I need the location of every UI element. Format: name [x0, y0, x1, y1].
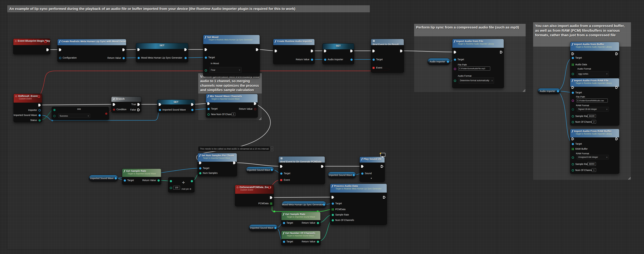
node-get-number-of-channels-pin-Target[interactable] — [283, 241, 285, 243]
node-import-audio-from-file-pin-exec-in[interactable] — [454, 51, 456, 54]
node-get-sample-rate-bottom-header[interactable]: ƒGet Sample RateTarget is Imported Sound… — [282, 212, 320, 220]
node-process-audio-data-header[interactable]: ƒProcess Audio DataTarget is Realistic M… — [330, 184, 387, 192]
node-mix-sound-wave-channels-value-box[interactable]: 1 — [232, 112, 235, 116]
node-set-mood-generator-header[interactable]: SET — [136, 43, 188, 49]
node-mix-sound-wave-channels-pin-Target[interactable] — [208, 108, 210, 110]
node-bind-event-on-generate-pcmdata-header[interactable]: Bind Event to On Generate PCMData — [279, 156, 325, 162]
pill-mood-generator[interactable]: Mood Meta Human Lip Sync Generator — [282, 201, 326, 208]
node-divide-value-box[interactable]: 100 — [173, 186, 180, 190]
node-import-audio-from-file-pin-exec-out[interactable] — [500, 51, 502, 54]
node-onresult-event-delegate-badge[interactable] — [38, 96, 40, 98]
node-get-number-of-channels[interactable]: ƒGet Number Of ChannelsTarget is Importe… — [281, 231, 320, 246]
node-create-runtime-audio-importer-header[interactable]: ƒCreate Runtime Audio Importer — [273, 39, 314, 45]
node-set-audio-importer[interactable]: SETAudio Importer — [322, 43, 354, 64]
node-onresult-event-pin-Imported Sound Wave[interactable] — [38, 114, 41, 116]
node-bind-event-on-result-pin-Target[interactable] — [372, 58, 375, 61]
node-set-audio-importer-header[interactable]: SET — [322, 44, 354, 49]
node-bind-event-on-generate-pcmdata-pin-exec-out[interactable] — [321, 165, 324, 168]
node-set-mood-pin-int-3[interactable] — [205, 69, 207, 72]
node-bind-event-on-result-header[interactable]: Bind Event to On Result — [371, 39, 404, 45]
node-import-audio-from-buffer-pin-int-4[interactable] — [572, 73, 574, 75]
node-process-audio-data-pin-exec-out[interactable] — [383, 196, 386, 199]
node-process-audio-data-pin-PCMData[interactable] — [332, 208, 334, 211]
node-create-realistic-lipsync-pin-exec-in[interactable] — [59, 48, 62, 51]
node-set-num-samples-per-chunk[interactable]: ƒSet Num Samples Per ChunkTarget is Impo… — [198, 153, 237, 176]
node-import-audio-from-file-header[interactable]: ƒImport Audio from FileTarget is Runtime… — [452, 39, 504, 48]
node-import-audio-from-file-pin-int-4[interactable] — [454, 80, 456, 82]
node-get-sample-rate-top[interactable]: ƒGet Sample RateTarget is Imported Sound… — [122, 168, 161, 185]
node-set-mood-generator-pin-obj-3[interactable] — [184, 57, 187, 59]
node-import-audio-from-file-pin-str-3[interactable] — [454, 68, 456, 70]
node-bind-event-on-generate-pcmdata-pin-Event[interactable] — [280, 179, 282, 181]
pill-imported-sound-wave-b-output-pin[interactable] — [271, 169, 273, 171]
node-set-mood-pin-Target[interactable] — [205, 56, 207, 59]
node-set-mood-header[interactable]: ƒSet MoodTarget is Realistic Meta Human … — [203, 35, 260, 44]
node-branch-pin-Condition[interactable] — [113, 108, 115, 111]
node-get-sample-rate-top-pin-Target[interactable] — [124, 180, 126, 182]
node-import-audio-from-file-dropdown[interactable]: Determine format automatically∨ — [458, 77, 494, 84]
node-mix-sound-wave-channels-pin-Return Value[interactable] — [254, 108, 256, 110]
node-create-runtime-audio-importer-pin-Return Value[interactable] — [311, 58, 313, 61]
node-import-audio-from-raw-buffer-pin-Num Of Channels[interactable] — [572, 169, 574, 172]
node-ongenerate-pcmdata-event[interactable]: ◇OnGeneratePCMData_EventCustom EventPCMD… — [235, 185, 274, 206]
node-onresult-event-pin-Status[interactable] — [38, 119, 41, 122]
pill-imported-sound-wave-a[interactable]: Imported Sound Wave — [89, 175, 118, 182]
pill-mood-generator-output-pin[interactable] — [323, 204, 325, 206]
node-process-audio-data-pin-exec-in[interactable] — [332, 196, 334, 199]
node-import-audio-from-buffer-header[interactable]: ƒImport Audio from BufferTarget is Runti… — [570, 42, 619, 51]
pill-imported-sound-wave-b[interactable]: Imported Sound Wave — [246, 167, 274, 173]
node-bind-event-on-result-pin-Event[interactable] — [372, 67, 374, 69]
node-mix-sound-wave-channels-header[interactable]: ƒMix Sound Wave ChannelsTarget is Import… — [206, 94, 258, 102]
node-event-begin-play-pin-exec-out[interactable] — [46, 48, 49, 51]
node-get-sample-rate-top-header[interactable]: ƒGet Sample RateTarget is Imported Sound… — [122, 169, 161, 177]
node-set-audio-importer-pin-Audio Importer[interactable] — [324, 58, 326, 61]
node-set-imported-sound-wave[interactable]: SETImported Sound Wave — [157, 100, 195, 112]
node-import-audio-from-raw-buffer-value-box[interactable]: 1 — [592, 168, 596, 172]
node-process-audio-data-pin-Num Of Channels[interactable] — [332, 219, 334, 222]
node-set-imported-sound-wave-pin-Imported Sound Wave[interactable] — [159, 109, 161, 111]
node-ongenerate-pcmdata-event-header[interactable]: ◇OnGeneratePCMData_EventCustom Event — [235, 185, 274, 194]
node-bind-event-on-result[interactable]: Bind Event to On ResultTargetEvent — [371, 39, 404, 72]
node-process-audio-data-pin-Target[interactable] — [332, 202, 334, 205]
node-set-audio-importer-pin-exec-in[interactable] — [324, 50, 326, 52]
node-import-audio-from-buffer-pin-Audio Data[interactable] — [572, 64, 574, 66]
node-divide-extra-text[interactable]: Add pin ⊕ — [182, 188, 192, 190]
node-set-mood-generator-pin-Mood Meta Human Lip Sync Generator[interactable] — [138, 57, 140, 59]
node-play-sound-2d[interactable]: ƒPlay Sound 2DSound — [360, 156, 385, 182]
pill-imported-sound-wave-a-output-pin[interactable] — [114, 177, 117, 180]
node-import-audio-from-raw-buffer-pin-exec-out[interactable] — [616, 138, 618, 140]
pill-imported-sound-wave-c-output-pin[interactable] — [353, 174, 355, 176]
stream-interval-note[interactable]: This needs to be called so that audio is… — [198, 146, 270, 152]
node-import-audio-from-raw-buffer-pin-int-4[interactable] — [572, 156, 574, 159]
node-import-audio-from-raw-file-pin-Target[interactable] — [572, 92, 574, 94]
node-bind-event-on-result-pin-exec-out[interactable] — [400, 50, 402, 52]
node-mix-sound-wave-channels-pin-exec-in[interactable] — [207, 102, 210, 105]
node-import-audio-from-raw-file-pin-str-3[interactable] — [572, 100, 574, 102]
pill-audio-importer-1[interactable]: Audio Importer — [428, 58, 450, 65]
node-get-number-of-channels-pin-Return Value[interactable] — [317, 241, 319, 243]
node-get-sample-rate-top-pin-Return Value[interactable] — [158, 180, 160, 182]
node-create-realistic-lipsync-pin-Configuration[interactable] — [59, 57, 61, 59]
node-bind-event-on-generate-pcmdata[interactable]: Bind Event to On Generate PCMDataTargetE… — [278, 156, 325, 184]
node-import-audio-from-raw-file-pin-enum-4[interactable] — [572, 108, 574, 110]
node-import-audio-from-buffer-dropdown[interactable]: ogg vorbis∨ — [577, 71, 609, 76]
node-branch-pin-True[interactable] — [138, 103, 140, 106]
node-branch-pin-exec-in[interactable] — [113, 103, 115, 106]
node-set-num-samples-per-chunk-header[interactable]: ƒSet Num Samples Per ChunkTarget is Impo… — [198, 153, 237, 162]
node-import-audio-from-raw-file-header[interactable]: ƒImport Audio From RAW FileTarget is Run… — [570, 78, 619, 87]
node-get-sample-rate-bottom-pin-Target[interactable] — [283, 222, 285, 224]
node-mix-sound-wave-channels-pin-exec-out[interactable] — [254, 102, 256, 105]
node-play-sound-2d-pin-exec-out[interactable] — [381, 165, 383, 168]
node-ongenerate-pcmdata-event-delegate-badge[interactable] — [268, 187, 270, 189]
node-import-audio-from-buffer-pin-exec-out[interactable] — [616, 52, 618, 55]
node-set-num-samples-per-chunk-pin-exec-in[interactable] — [199, 162, 202, 164]
node-import-audio-from-raw-buffer-pin-RAW Buffer[interactable] — [572, 148, 574, 150]
node-set-imported-sound-wave-header[interactable]: SET — [157, 100, 195, 104]
node-import-audio-from-raw-file-dropdown[interactable]: Signed 16-bit integer∨ — [577, 107, 609, 112]
node-onresult-event-header[interactable]: ◇OnResult_EventCustom Event — [14, 94, 42, 102]
node-create-realistic-lipsync[interactable]: ƒCreate Realistic Meta Human Lip Sync wi… — [58, 39, 126, 62]
node-set-mood-dropdown[interactable]: Fear∨ — [209, 67, 242, 73]
node-set-mood-pin-exec-out[interactable] — [256, 48, 258, 51]
node-import-audio-from-raw-file-pin-Num Of Channels[interactable] — [572, 121, 574, 123]
node-get-sample-rate-bottom-pin-Return Value[interactable] — [317, 222, 319, 224]
